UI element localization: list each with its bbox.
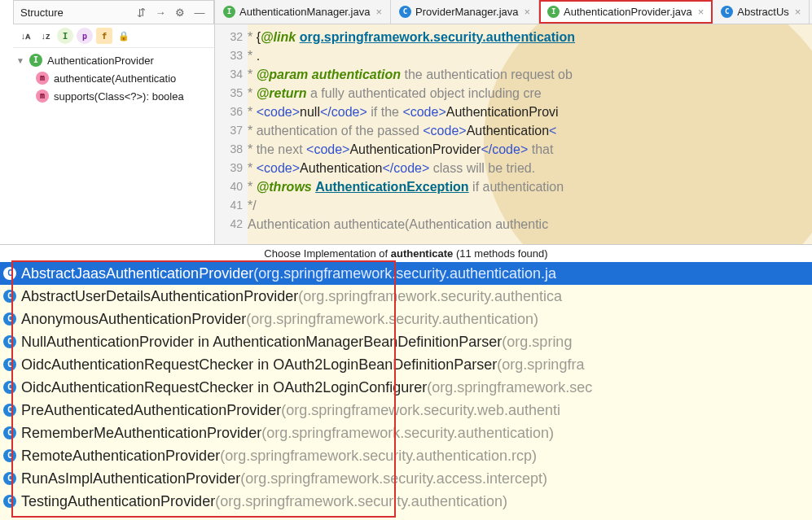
popup-title: Choose Implementation of authenticate (1… — [0, 244, 812, 262]
impl-main: AbstractUserDetailsAuthenticationProvide… — [21, 288, 298, 305]
implementation-item[interactable]: CPreAuthenticatedAuthenticationProvider … — [0, 399, 812, 422]
structure-title: Structure — [20, 7, 129, 19]
line-number: 42 — [215, 215, 243, 234]
line-number: 41 — [215, 196, 243, 215]
sort-z-button[interactable]: ↓z — [37, 28, 54, 44]
implementation-item[interactable]: COidcAuthenticationRequestChecker in OAu… — [0, 353, 812, 376]
show-properties-button[interactable]: p — [77, 28, 93, 44]
code-line[interactable]: Authentication authenticate(Authenticati… — [248, 215, 812, 234]
line-number: 39 — [215, 159, 243, 177]
line-number: 34 — [215, 65, 243, 84]
editor-tab[interactable]: CProviderManager.java× — [391, 0, 539, 24]
line-number: 32 — [215, 28, 243, 46]
code-line[interactable]: * @throws AuthenticationException if aut… — [248, 177, 812, 196]
expand-icon[interactable]: → — [153, 5, 168, 20]
impl-main: AbstractJaasAuthenticationProvider — [21, 265, 253, 282]
implementation-item[interactable]: CRemoteAuthenticationProvider (org.sprin… — [0, 444, 812, 467]
impl-main: AnonymousAuthenticationProvider — [21, 311, 246, 328]
class-icon: C — [3, 449, 16, 462]
class-icon: C — [3, 358, 16, 371]
interface-icon: I — [547, 6, 560, 18]
tree-item-label: authenticate(Authenticatio — [54, 72, 176, 85]
editor-tab[interactable]: CAbstractUs× — [713, 0, 810, 24]
tree-item[interactable]: m authenticate(Authenticatio — [13, 69, 214, 87]
impl-package: (org.springframework.sec — [427, 379, 592, 396]
tab-label: AuthenticationManager.java — [239, 6, 370, 18]
popup-title-bold: authenticate — [391, 247, 454, 260]
impl-main: OidcAuthenticationRequestChecker in OAut… — [21, 356, 497, 374]
implementation-item[interactable]: CAbstractUserDetailsAuthenticationProvid… — [0, 285, 812, 308]
implementation-item[interactable]: CTestingAuthenticationProvider (org.spri… — [0, 490, 812, 513]
code-line[interactable]: * <code>Authentication</code> class will… — [248, 159, 812, 177]
tree-root-label: AuthenticationProvider — [47, 55, 154, 67]
show-fields-button[interactable]: f — [96, 28, 112, 44]
class-icon: C — [3, 426, 16, 439]
structure-toolbar: ↓ᴀ ↓z I p f 🔒 — [13, 24, 214, 48]
code-line[interactable]: * {@link org.springframework.security.au… — [248, 28, 812, 46]
editor-tab[interactable]: IAuthenticationManager.java× — [215, 0, 391, 24]
line-number: 33 — [215, 46, 243, 65]
impl-main: PreAuthenticatedAuthenticationProvider — [21, 402, 281, 419]
code-area[interactable]: 3233343536373839404142 * {@link org.spri… — [215, 24, 812, 244]
filter-icon[interactable]: ⇵ — [134, 5, 148, 20]
class-icon: C — [399, 6, 411, 18]
code-line[interactable]: * . — [248, 46, 812, 65]
interface-icon: I — [29, 54, 42, 67]
line-number: 37 — [215, 121, 243, 140]
close-icon[interactable]: × — [525, 6, 531, 18]
structure-panel: Structure ⇵ → ⚙ — ↓ᴀ ↓z I p f 🔒 ▼ I Auth… — [13, 0, 215, 244]
chevron-down-icon[interactable]: ▼ — [16, 56, 24, 65]
class-icon: C — [3, 312, 16, 326]
tab-label: AbstractUs — [737, 6, 789, 18]
implementation-list[interactable]: CAbstractJaasAuthenticationProvider (org… — [0, 262, 812, 520]
class-icon: C — [3, 381, 16, 394]
structure-header: Structure ⇵ → ⚙ — — [13, 0, 214, 24]
line-number: 36 — [215, 103, 243, 121]
gear-icon[interactable]: ⚙ — [173, 5, 187, 20]
code-line[interactable]: * authentication of the passed <code>Aut… — [248, 121, 812, 140]
minimize-icon[interactable]: — — [192, 5, 207, 20]
lock-icon[interactable]: 🔒 — [116, 28, 132, 44]
editor-tabs: IAuthenticationManager.java×CProviderMan… — [215, 0, 812, 24]
code-line[interactable]: */ — [248, 196, 812, 215]
implementation-item[interactable]: CNullAuthenticationProvider in Authentic… — [0, 330, 812, 353]
sort-alpha-button[interactable]: ↓ᴀ — [18, 28, 34, 44]
tree-item[interactable]: m supports(Class<?>): boolea — [13, 87, 214, 105]
implementation-item[interactable]: CAbstractJaasAuthenticationProvider (org… — [0, 262, 812, 285]
close-icon[interactable]: × — [795, 6, 801, 18]
tree-root[interactable]: ▼ I AuthenticationProvider — [13, 51, 214, 69]
close-icon[interactable]: × — [375, 6, 382, 18]
impl-package: (org.springframework.security.authentica… — [253, 265, 556, 282]
line-number: 40 — [215, 177, 243, 196]
impl-package: (org.springframework.security.authentica — [298, 288, 562, 305]
class-icon: C — [721, 6, 733, 18]
impl-package: (org.springframework.security.access.int… — [240, 470, 547, 487]
tab-label: ProviderManager.java — [415, 6, 518, 18]
code-line[interactable]: * <code>null</code> if the <code>Authent… — [248, 103, 812, 121]
implementation-item[interactable]: CAnonymousAuthenticationProvider (org.sp… — [0, 308, 812, 330]
interface-icon: I — [223, 6, 235, 18]
impl-package: (org.springfra — [497, 356, 584, 374]
class-icon: C — [3, 404, 16, 417]
popup-title-post: (11 methods found) — [453, 247, 547, 260]
show-interfaces-button[interactable]: I — [57, 28, 73, 44]
code-line[interactable]: * the next <code>AuthenticationProvider<… — [248, 140, 812, 159]
impl-package: (org.springframework.security.authentica… — [261, 425, 554, 442]
impl-package: (org.springframework.security.authentica… — [220, 448, 537, 465]
class-icon: C — [3, 290, 16, 303]
line-number: 38 — [215, 140, 243, 159]
implementation-item[interactable]: COidcAuthenticationRequestChecker in OAu… — [0, 376, 812, 399]
line-number: 35 — [215, 84, 243, 103]
implementation-item[interactable]: CRememberMeAuthenticationProvider (org.s… — [0, 422, 812, 444]
tab-label: AuthenticationProvider.java — [564, 6, 692, 18]
tree-item-label: supports(Class<?>): boolea — [54, 90, 184, 103]
close-icon[interactable]: × — [698, 6, 704, 18]
code-line[interactable]: * @param authentication the authenticati… — [248, 65, 812, 84]
editor-tab[interactable]: IAuthenticationProvider.java× — [539, 0, 713, 24]
impl-main: OidcAuthenticationRequestChecker in OAut… — [21, 379, 427, 396]
code-line[interactable]: * @return a fully authenticated object i… — [248, 84, 812, 103]
code-body[interactable]: * {@link org.springframework.security.au… — [248, 24, 812, 244]
popup-title-pre: Choose Implementation of — [264, 247, 390, 260]
gutter: 3233343536373839404142 — [215, 24, 248, 244]
implementation-item[interactable]: CRunAsImplAuthenticationProvider (org.sp… — [0, 467, 812, 490]
